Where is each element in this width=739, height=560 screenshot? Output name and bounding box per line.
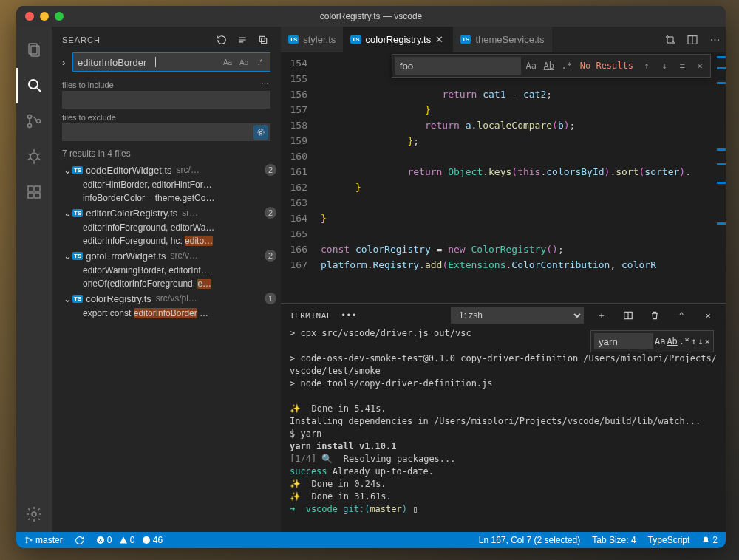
terminal-output[interactable]: > cpx src/vscode/driver.js out/vsc > cod… — [281, 327, 726, 532]
svg-point-5 — [28, 124, 32, 128]
svg-point-4 — [28, 115, 32, 119]
whole-word-icon[interactable]: Ab — [667, 336, 677, 346]
regex-icon[interactable]: .* — [253, 55, 268, 69]
whole-word-icon[interactable]: Ab — [236, 55, 251, 69]
terminal-title[interactable]: TERMINAL — [290, 311, 332, 321]
match-count-badge: 2 — [265, 164, 276, 176]
match-case-icon[interactable]: Aa — [220, 55, 235, 69]
editor[interactable]: 1541551561571581591601611621631641651661… — [281, 52, 726, 303]
collapse-icon[interactable] — [256, 33, 270, 47]
code-content[interactable]: return cat1 - cat2; } return a.localeCom… — [321, 52, 715, 303]
svg-rect-16 — [35, 193, 40, 198]
terminal-select[interactable]: 1: zsh — [451, 307, 584, 324]
result-line[interactable]: export const editorInfoBorder … — [56, 307, 276, 320]
result-line[interactable]: editorInfoForeground, hc: edito… — [56, 234, 276, 247]
svg-rect-1 — [31, 46, 39, 56]
svg-point-6 — [37, 120, 41, 123]
activity-bar — [16, 27, 52, 532]
toggle-replace-icon[interactable]: › — [62, 57, 72, 68]
git-branch[interactable]: master — [22, 532, 65, 548]
refresh-icon[interactable] — [214, 33, 229, 47]
kill-terminal-icon[interactable] — [646, 307, 664, 324]
new-terminal-icon[interactable]: ＋ — [593, 307, 610, 324]
maximize-panel-icon[interactable]: ⌃ — [672, 307, 690, 324]
svg-line-10 — [38, 154, 40, 155]
prev-match-icon[interactable]: ↑ — [691, 336, 696, 346]
close-window-icon[interactable] — [25, 12, 34, 21]
chevron-down-icon[interactable]: ⌄ — [64, 293, 72, 304]
extensions-icon[interactable] — [16, 174, 52, 210]
next-match-icon[interactable]: ↓ — [698, 336, 704, 346]
close-find-icon[interactable]: ✕ — [705, 336, 710, 346]
clear-icon[interactable] — [235, 33, 250, 47]
svg-line-12 — [38, 158, 40, 160]
results-summary: 7 results in 4 files — [62, 148, 270, 159]
minimap[interactable] — [715, 52, 726, 303]
indentation[interactable]: Tab Size: 4 — [590, 532, 638, 548]
chevron-down-icon[interactable]: ⌄ — [64, 165, 72, 176]
result-file[interactable]: ⌄TScodeEditorWidget.tssrc/…2 — [56, 162, 276, 178]
close-tab-icon[interactable]: ✕ — [435, 34, 446, 45]
problems[interactable]: 0 0 46 — [94, 532, 165, 548]
include-input[interactable] — [62, 91, 270, 109]
find-in-selection-icon[interactable]: ≡ — [675, 58, 689, 73]
search-icon[interactable] — [16, 68, 52, 103]
ts-icon: TS — [460, 35, 471, 44]
result-line[interactable]: editorInfoForeground, editorWa… — [56, 221, 276, 234]
sync-icon[interactable] — [72, 532, 86, 548]
cursor-position[interactable]: Ln 167, Col 7 (2 selected) — [477, 532, 582, 548]
svg-point-2 — [29, 80, 38, 89]
panel: TERMINAL ••• 1: zsh ＋ ⌃ ✕ > cpx src/vsco… — [281, 303, 726, 532]
result-line[interactable]: oneOf(editorInfoForeground, e… — [56, 277, 276, 290]
regex-icon[interactable]: .* — [559, 58, 574, 73]
chevron-down-icon[interactable]: ⌄ — [64, 250, 72, 262]
terminal-find-input[interactable] — [594, 333, 653, 349]
result-line[interactable]: infoBorderColor = theme.getCo… — [56, 191, 276, 205]
svg-rect-15 — [28, 193, 33, 198]
vscode-window: colorRegistry.ts — vscode SEARCH › — [16, 6, 726, 548]
svg-rect-22 — [259, 36, 265, 41]
split-terminal-icon[interactable] — [619, 307, 637, 324]
editor-tab[interactable]: TSthemeService.ts — [453, 27, 551, 52]
include-label: files to include — [62, 81, 114, 89]
minimize-window-icon[interactable] — [40, 12, 49, 21]
ts-icon: TS — [72, 209, 83, 217]
find-input[interactable] — [395, 57, 521, 75]
match-count-badge: 2 — [265, 250, 276, 262]
compare-changes-icon[interactable] — [659, 27, 681, 52]
source-control-icon[interactable] — [16, 103, 52, 139]
prev-match-icon[interactable]: ↑ — [639, 58, 654, 73]
debug-icon[interactable] — [16, 139, 52, 174]
result-line[interactable]: editorHintBorder, editorHintFor… — [56, 178, 276, 191]
line-numbers: 1541551561571581591601611621631641651661… — [281, 52, 321, 303]
editor-tab[interactable]: TSstyler.ts — [281, 27, 343, 52]
svg-point-7 — [30, 153, 38, 160]
toggle-details-icon[interactable]: ⋯ — [261, 80, 270, 89]
match-case-icon[interactable]: Aa — [524, 58, 539, 73]
panel-menu-icon[interactable]: ••• — [341, 310, 357, 321]
match-case-icon[interactable]: Aa — [655, 336, 665, 346]
svg-point-31 — [26, 537, 27, 539]
result-file[interactable]: ⌄TSeditorColorRegistry.tssr…2 — [56, 205, 276, 221]
explorer-icon[interactable] — [16, 33, 52, 68]
more-actions-icon[interactable]: ⋯ — [704, 27, 726, 52]
whole-word-icon[interactable]: Ab — [542, 58, 556, 73]
settings-gear-icon[interactable] — [16, 496, 52, 532]
maximize-window-icon[interactable] — [55, 12, 64, 21]
svg-rect-14 — [28, 186, 33, 191]
result-file[interactable]: ⌄TSgotoErrorWidget.tssrc/v…2 — [56, 247, 276, 264]
exclude-input[interactable] — [62, 123, 270, 141]
match-count-badge: 2 — [265, 207, 276, 219]
result-line[interactable]: editorWarningBorder, editorInf… — [56, 264, 276, 277]
close-find-icon[interactable]: ✕ — [692, 58, 707, 73]
use-exclude-settings-icon[interactable] — [253, 125, 268, 140]
editor-tab[interactable]: TScolorRegistry.ts✕ — [343, 27, 453, 52]
split-editor-icon[interactable] — [681, 27, 704, 52]
chevron-down-icon[interactable]: ⌄ — [64, 208, 72, 219]
result-file[interactable]: ⌄TScolorRegistry.tssrc/vs/pl…1 — [56, 290, 276, 307]
regex-icon[interactable]: .* — [679, 336, 689, 346]
close-panel-icon[interactable]: ✕ — [699, 307, 717, 324]
next-match-icon[interactable]: ↓ — [657, 58, 672, 73]
language-mode[interactable]: TypeScript — [646, 532, 692, 548]
notifications[interactable]: 2 — [699, 532, 720, 548]
